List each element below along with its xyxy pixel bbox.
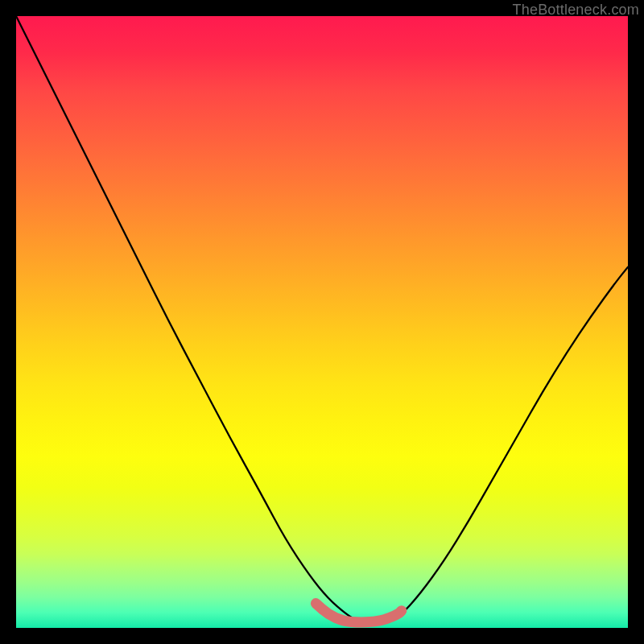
highlight-curve bbox=[316, 604, 401, 622]
left-curve bbox=[16, 16, 359, 621]
right-curve bbox=[390, 267, 628, 622]
plot-area bbox=[16, 16, 628, 628]
series-layer bbox=[16, 16, 628, 622]
chart-frame: TheBottleneck.com bbox=[0, 0, 644, 644]
curves-svg bbox=[16, 16, 628, 628]
